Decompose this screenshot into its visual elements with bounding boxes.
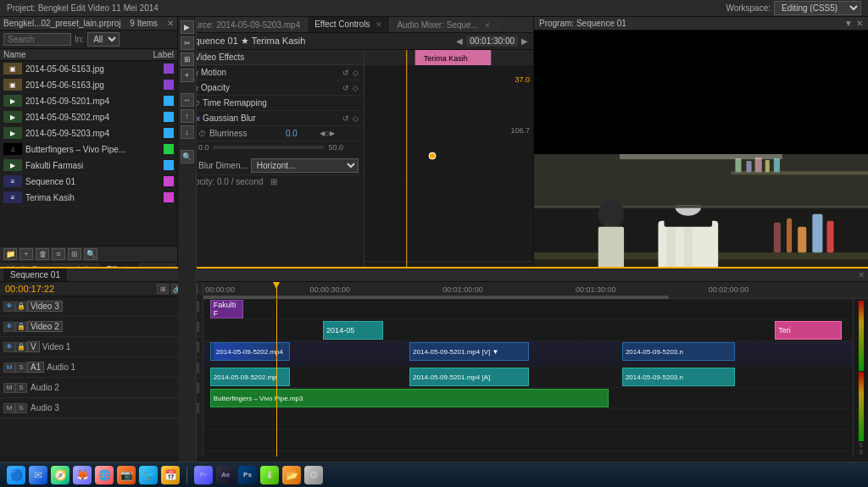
list-item[interactable]: ▶ Fakulti Farmasi [0,158,177,174]
settings-icon[interactable]: ⚙ [304,466,323,484]
after-effects-icon[interactable]: Ae [216,466,235,484]
mail-icon[interactable]: ✉ [29,466,47,484]
panel-close-icon[interactable]: ✕ [167,19,174,28]
photoshop-icon[interactable]: Ps [238,466,257,484]
delete-button[interactable]: 🗑 [36,248,49,260]
download-icon[interactable]: ⬇ [260,466,279,484]
audio1-eye-button[interactable]: M [3,362,15,373]
seq-close-icon[interactable]: ✕ [858,270,865,279]
video2-lock-button[interactable]: 🔒 [15,322,27,332]
clip-2014-05-v2[interactable]: 2014-05 [323,321,383,340]
anim-icon[interactable]: ◇ [353,114,359,123]
razor-tool[interactable]: ✂ [181,36,194,50]
new-item-button[interactable]: + [19,248,33,260]
seq-tab-sequence01[interactable]: Sequence 01 [3,268,68,281]
finder2-icon[interactable]: 📂 [282,466,301,484]
reset-icon[interactable]: ↺ [342,69,349,77]
video3-lock-button[interactable]: 🔒 [15,302,27,312]
program-close-icon[interactable]: ✕ [856,19,863,28]
tab-source[interactable]: Source: 2014-05-09-5203.mp4 [178,18,308,32]
tab-close-icon[interactable]: ✕ [484,21,491,30]
blurriness-value[interactable]: 0.0 [286,129,320,138]
next-keyframe-button[interactable]: ▶ [521,36,528,46]
tools-panel: ▶ ✂ ⊞ + ↔ ↑ ↓ 🔍 [178,17,197,462]
diamond-right-icon[interactable]: ▶ [330,130,335,137]
clip-butterfingers[interactable]: Butterfingers – Vivo Pipe.mp3 [210,389,609,407]
list-item[interactable]: ▣ 2014-05-06-5163.jpg [0,61,177,77]
effect-gaussian-blur-row[interactable]: ▼ fx Gaussian Blur ↺ ◇ [178,111,364,126]
clip-5202-v1[interactable]: 2014-05-09-5202.mp4 [210,342,290,361]
timeline-clips: 00:00:00 00:00:30:00 00:01:00:00 00:01:3… [203,282,868,457]
safari-icon[interactable]: 🧭 [51,466,70,484]
overwrite-tool[interactable]: ↓ [181,125,194,139]
param-name: Blurriness [209,129,286,138]
selection-tool[interactable]: ▶ [181,20,194,34]
anim-icon[interactable]: ◇ [353,69,359,77]
clip-5202-a1[interactable]: 2014-05-09-5202.mp [210,368,290,386]
tab-audio-mixer[interactable]: Audio Mixer: Seque... ✕ [390,18,498,32]
list-item[interactable]: ♫ Butterfingers – Vivo Pipe... [0,141,177,158]
audio2-solo-button[interactable]: S [15,383,27,393]
anim-icon[interactable]: ◇ [353,84,359,92]
clip-5203-a1[interactable]: 2014-05-09-5203.n [622,368,735,386]
lift-tool[interactable]: ↑ [181,109,194,123]
audio3-solo-button[interactable]: S [15,403,27,413]
finder-icon[interactable]: 🔵 [7,466,25,484]
stopwatch-icon[interactable]: ⏱ [198,130,206,138]
blur-slider[interactable] [213,146,326,149]
move-tool[interactable]: ↔ [181,93,194,107]
video3-eye-button[interactable]: 👁 [3,302,15,312]
zoom-tool[interactable]: + [181,69,194,82]
video1-eye-button[interactable]: 👁 [3,342,15,352]
velocity-icon[interactable]: ⊞ [270,177,277,186]
reset-icon[interactable]: ↺ [342,114,349,123]
clip-5201-label: 2014-05-09-5201.mp4 [V] ▼ [413,348,498,356]
video2-eye-button[interactable]: 👁 [3,322,15,332]
clip-teri[interactable]: Teri [775,321,841,340]
list-item[interactable]: ▣ 2014-05-06-5163.jpg [0,77,177,93]
clip-5203-v1[interactable]: 2014-05-09-5203.n [622,342,735,361]
program-menu-icon[interactable]: ▼ [844,19,853,28]
workspace-dropdown[interactable]: Editing (CSS5) Color Correction Effects … [774,1,861,15]
list-item[interactable]: ▶ 2014-05-09-5203.mp4 [0,125,177,141]
list-item[interactable]: ≡ Terima Kasih [0,190,177,206]
tab-effect-controls[interactable]: Effect Controls ✕ [308,17,390,32]
search-button[interactable]: 🔍 [84,248,97,260]
ruler-mark-30: 00:00:30:00 [309,285,350,294]
chrome-icon[interactable]: 🌐 [95,466,114,484]
prev-keyframe-button[interactable]: ◀ [456,36,463,46]
calendar-icon[interactable]: 📅 [161,466,180,484]
reset-icon[interactable]: ↺ [342,84,349,92]
clip-fakulti[interactable]: Fakulti F [210,300,243,318]
clip-5201-v1[interactable]: 2014-05-09-5201.mp4 [V] ▼ [409,342,529,361]
icon-view-button[interactable]: ⊞ [68,248,81,260]
iphoto-icon[interactable]: 📷 [117,466,136,484]
tl-timecode: 00:00:17:22 [5,284,54,294]
file-thumb: ▶ [3,159,22,171]
twitter-icon[interactable]: 🐦 [139,466,158,484]
tab-close-icon[interactable]: ✕ [376,20,382,29]
new-bin-button[interactable]: 📁 [3,248,17,260]
audio1-mute-button[interactable]: S [15,362,27,373]
audio3-mute-button[interactable]: M [3,403,15,413]
effect-motion-row[interactable]: ▶ fx Motion ↺ ◇ [178,65,364,80]
project-search-input[interactable] [3,33,71,46]
effect-controls-tabs: Source: 2014-05-09-5203.mp4 Effect Contr… [178,17,533,33]
svg-rect-35 [774,158,780,172]
list-item[interactable]: ▶ 2014-05-09-5201.mp4 [0,93,177,109]
video1-lock-button[interactable]: 🔒 [15,342,27,352]
premiere-pro-icon[interactable]: Pr [194,466,213,484]
clip-5201-a1[interactable]: 2014-05-09-5201.mp4 [A] [409,368,529,386]
list-item[interactable]: ▶ 2014-05-09-5202.mp4 [0,109,177,125]
blur-dim-dropdown[interactable]: Horizont... Vertical Horizontal and Vert… [251,158,359,173]
effect-opacity-row[interactable]: ▶ fx Opacity ↺ ◇ [178,80,364,96]
snap-button[interactable]: ⊞ [157,284,169,294]
audio2-mute-button[interactable]: M [3,383,15,393]
list-view-button[interactable]: ≡ [52,248,65,260]
list-item[interactable]: ≡ Sequence 01 [0,174,177,190]
ripple-tool[interactable]: ⊞ [181,53,194,66]
in-dropdown[interactable]: All [87,32,120,47]
firefox-icon[interactable]: 🦊 [73,466,92,484]
effect-time-remap-row[interactable]: ▶ ⏱ Time Remapping [178,96,364,111]
zoom-in-tool[interactable]: 🔍 [181,150,194,163]
